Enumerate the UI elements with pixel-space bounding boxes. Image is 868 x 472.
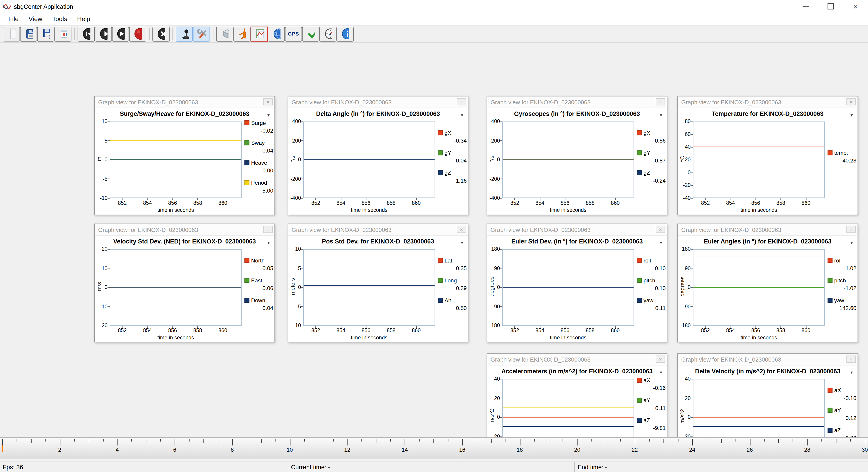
y-tick <box>691 306 693 306</box>
close-icon[interactable]: × <box>656 226 665 233</box>
graph-window-titlebar[interactable]: Graph view for EKINOX-D_023000063× <box>678 354 857 365</box>
menu-help[interactable]: Help <box>72 14 95 24</box>
chevron-down-icon[interactable]: ▼ <box>267 241 271 245</box>
graph-window[interactable]: Graph view for EKINOX-D_023000063×Surge/… <box>94 96 275 215</box>
go-to-end-button[interactable] <box>112 26 129 41</box>
legend-entry: Long.0.39 <box>438 277 467 297</box>
export-button[interactable] <box>54 26 71 41</box>
close-icon[interactable]: × <box>846 226 856 233</box>
joystick-button[interactable] <box>176 26 193 41</box>
y-tick-label: 0 <box>288 284 301 290</box>
vehicle-view-button[interactable] <box>233 26 250 41</box>
y-tick-label: 90 <box>487 265 500 271</box>
save-config-button[interactable] <box>37 26 54 41</box>
chevron-down-icon[interactable]: ▼ <box>267 113 271 117</box>
chevron-down-icon[interactable]: ▼ <box>659 113 663 117</box>
graph-window-titlebar[interactable]: Graph view for EKINOX-D_023000063× <box>678 97 857 108</box>
new-file-button[interactable] <box>3 26 20 41</box>
save-button[interactable] <box>20 26 37 41</box>
plot-area[interactable] <box>110 249 242 326</box>
record-button[interactable] <box>129 26 146 41</box>
close-icon[interactable]: × <box>656 98 665 106</box>
graph-window-title: Graph view for EKINOX-D_023000063 <box>678 354 781 365</box>
chevron-down-icon[interactable]: ▼ <box>850 371 854 375</box>
y-tick-label: 40 <box>487 376 500 382</box>
plot-area[interactable] <box>693 121 825 198</box>
minimize-button[interactable] <box>793 0 818 13</box>
graph-window[interactable]: Graph view for EKINOX-D_023000063×Gyrosc… <box>487 96 667 215</box>
plot-area[interactable] <box>502 121 634 198</box>
graph-window[interactable]: Graph view for EKINOX-D_023000063×Temper… <box>677 96 858 215</box>
graph-window-titlebar[interactable]: Graph view for EKINOX-D_023000063× <box>487 224 667 236</box>
plot-area[interactable] <box>693 249 825 326</box>
chevron-down-icon[interactable]: ▼ <box>659 371 663 375</box>
graph-window-titlebar[interactable]: Graph view for EKINOX-D_023000063× <box>95 224 274 236</box>
chevron-down-icon[interactable]: ▼ <box>850 113 854 117</box>
close-icon[interactable]: × <box>457 98 466 106</box>
settings-tools-button[interactable] <box>193 26 210 41</box>
graph-window[interactable]: Graph view for EKINOX-D_023000063×Delta … <box>677 353 858 437</box>
plot-area[interactable] <box>303 249 435 326</box>
y-tick <box>691 379 693 379</box>
clock-button[interactable] <box>319 26 336 41</box>
play-button[interactable] <box>95 26 112 41</box>
about-button[interactable] <box>336 26 353 41</box>
close-icon[interactable]: × <box>846 98 856 106</box>
timeline-minor-tick <box>31 439 31 443</box>
graph-window-titlebar[interactable]: Graph view for EKINOX-D_023000063× <box>95 97 274 108</box>
plot-area[interactable] <box>693 379 825 437</box>
close-icon[interactable]: × <box>263 98 273 106</box>
close-button[interactable]: × <box>843 0 868 13</box>
3d-view-button[interactable] <box>216 26 233 41</box>
close-icon[interactable]: × <box>457 226 466 233</box>
graph-view-button[interactable] <box>250 26 268 41</box>
menu-tools[interactable]: Tools <box>47 14 72 24</box>
maximize-button[interactable] <box>818 0 843 13</box>
gps-button[interactable]: GPS <box>285 26 302 41</box>
stop-button[interactable] <box>152 26 169 41</box>
map-view-button[interactable] <box>268 26 285 41</box>
plot-area[interactable] <box>303 121 435 198</box>
y-tick <box>691 287 693 288</box>
legend-label: Long. <box>444 277 458 284</box>
graph-window-titlebar[interactable]: Graph view for EKINOX-D_023000063× <box>288 224 468 236</box>
chevron-down-icon[interactable]: ▼ <box>460 113 464 117</box>
timeline-minor-tick <box>88 439 89 443</box>
3d-box-icon <box>221 27 229 40</box>
graph-window[interactable]: Graph view for EKINOX-D_023000063×Euler … <box>487 224 667 342</box>
plot-area[interactable] <box>502 379 634 437</box>
plot-area[interactable] <box>502 249 634 326</box>
graph-window[interactable]: Graph view for EKINOX-D_023000063×Delta … <box>288 96 468 215</box>
y-tick <box>107 159 110 160</box>
graph-window[interactable]: Graph view for EKINOX-D_023000063×Euler … <box>677 224 858 342</box>
timeline-minor-tick <box>663 439 664 443</box>
chevron-down-icon[interactable]: ▼ <box>659 241 663 245</box>
x-tick <box>780 326 781 328</box>
graph-window[interactable]: Graph view for EKINOX-D_023000063×Pos St… <box>288 224 468 342</box>
timeline-scrubber[interactable]: 24681012141618202224262830 <box>0 437 868 459</box>
chevron-down-icon[interactable]: ▼ <box>460 241 464 245</box>
plot-area[interactable] <box>110 121 242 198</box>
y-tick-label: 200 <box>288 137 301 144</box>
legend-swatch <box>828 150 833 155</box>
x-tick-label: 854 <box>331 327 351 333</box>
menu-view[interactable]: View <box>24 14 47 24</box>
timeline-minor-tick <box>448 439 448 441</box>
graph-window-titlebar[interactable]: Graph view for EKINOX-D_023000063× <box>487 97 667 108</box>
graph-window-titlebar[interactable]: Graph view for EKINOX-D_023000063× <box>288 97 468 108</box>
timeline-minor-tick <box>132 439 132 441</box>
y-tick-label: 20 <box>95 246 107 252</box>
graph-window-titlebar[interactable]: Graph view for EKINOX-D_023000063× <box>487 354 667 365</box>
graph-window[interactable]: Graph view for EKINOX-D_023000063×Accele… <box>487 353 667 437</box>
graph-window-titlebar[interactable]: Graph view for EKINOX-D_023000063× <box>678 224 857 236</box>
menu-file[interactable]: File <box>3 14 24 24</box>
chevron-down-icon[interactable]: ▼ <box>850 241 854 245</box>
close-icon[interactable]: × <box>656 355 665 363</box>
y-tick-label: 10 <box>95 118 107 124</box>
go-to-start-button[interactable] <box>78 26 95 41</box>
graph-window[interactable]: Graph view for EKINOX-D_023000063×Veloci… <box>94 224 275 342</box>
close-icon[interactable]: × <box>263 226 273 233</box>
legend-value: -1.02 <box>828 265 856 271</box>
validate-button[interactable] <box>302 26 319 41</box>
close-icon[interactable]: × <box>846 355 856 363</box>
